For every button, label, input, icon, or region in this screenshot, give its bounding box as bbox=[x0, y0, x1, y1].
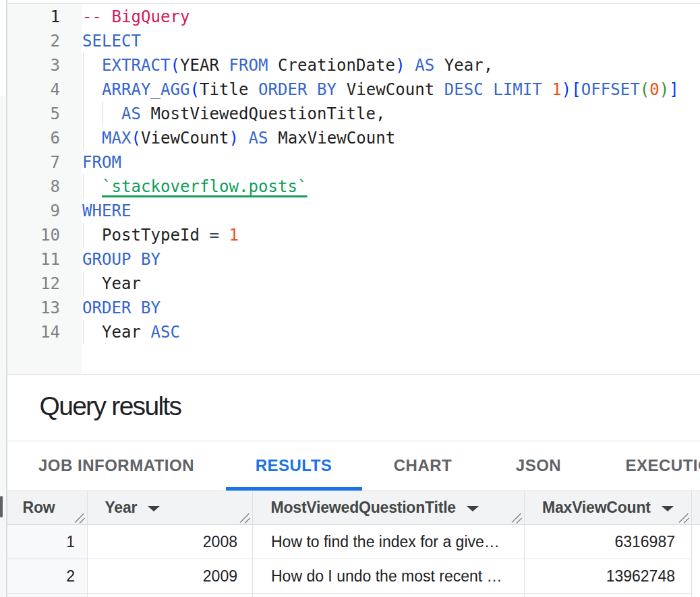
code-line[interactable]: 7 FROM bbox=[7, 150, 700, 175]
code-text[interactable]: MAX(ViewCount) AS MaxViewCount bbox=[82, 126, 395, 150]
results-table: Row Year MostViewedQuestionTitle MaxView… bbox=[7, 491, 700, 597]
token-id: PostTypeId bbox=[102, 226, 200, 245]
indent-guide-line bbox=[83, 175, 84, 199]
tab-label: RESULTS bbox=[256, 456, 332, 475]
token-text bbox=[405, 56, 415, 75]
token-kw: AS bbox=[249, 129, 268, 148]
tab-label: JSON bbox=[516, 456, 561, 475]
indent-guide-line bbox=[83, 126, 84, 150]
tab-execution-details[interactable]: EXECUTION DETAILS bbox=[593, 441, 700, 491]
left-panel-edge-lower bbox=[0, 96, 6, 597]
token-kw: DESC bbox=[444, 80, 484, 99]
table-cell: 1 bbox=[7, 525, 88, 559]
code-text[interactable]: EXTRACT(YEAR FROM CreationDate) AS Year, bbox=[82, 53, 493, 77]
table-header-row: Row Year MostViewedQuestionTitle MaxView… bbox=[7, 491, 700, 525]
token-kw: GROUP bbox=[82, 250, 132, 269]
arrow-drop-down-icon[interactable] bbox=[467, 506, 479, 511]
code-line[interactable]: 1 -- BigQuery bbox=[7, 5, 700, 29]
code-text[interactable]: PostTypeId = 1 bbox=[82, 223, 239, 247]
line-number[interactable]: 13 bbox=[7, 296, 61, 320]
line-number[interactable]: 1 bbox=[7, 5, 61, 29]
code-line[interactable]: 5 AS MostViewedQuestionTitle, bbox=[7, 102, 700, 126]
token-num: 0 bbox=[649, 80, 660, 99]
tab-label: CHART bbox=[394, 456, 453, 475]
line-number[interactable]: 8 bbox=[7, 175, 61, 199]
arrow-drop-down-icon[interactable] bbox=[148, 506, 160, 511]
code-line[interactable]: 13 ORDER BY bbox=[7, 296, 700, 320]
line-number[interactable]: 4 bbox=[7, 77, 61, 102]
code-text[interactable]: GROUP BY bbox=[82, 247, 161, 272]
code-text[interactable]: -- BigQuery bbox=[82, 5, 190, 29]
token-text bbox=[308, 80, 318, 99]
column-resize-icon[interactable] bbox=[678, 513, 689, 524]
tab-json[interactable]: JSON bbox=[484, 441, 593, 491]
table-reference-link[interactable]: `stackoverflow.posts` bbox=[102, 177, 308, 196]
column-header-mostviewedquestiontitle: MostViewedQuestionTitle bbox=[253, 491, 525, 524]
code-line[interactable]: 11 GROUP BY bbox=[7, 247, 700, 272]
line-number[interactable]: 3 bbox=[7, 53, 61, 77]
token-kw: ARRAY_AGG bbox=[102, 80, 190, 99]
line-number[interactable]: 14 bbox=[7, 320, 61, 344]
code-lines[interactable]: 1 -- BigQuery 2 SELECT 3 EXTRACT(YEAR FR… bbox=[7, 5, 700, 344]
code-text[interactable]: SELECT bbox=[82, 29, 141, 53]
table-cell bbox=[525, 594, 692, 597]
token-text bbox=[82, 274, 102, 293]
table-cell: 2 bbox=[7, 559, 88, 594]
token-id: ViewCount bbox=[347, 80, 435, 99]
column-resize-icon[interactable] bbox=[74, 513, 85, 524]
table-cell: How do I undo the most recent … bbox=[253, 559, 525, 594]
token-text bbox=[82, 177, 102, 196]
code-text[interactable]: FROM bbox=[82, 150, 121, 175]
scrollbar-thumb[interactable] bbox=[0, 496, 3, 517]
tab-label: JOB INFORMATION bbox=[38, 456, 194, 475]
tab-results[interactable]: RESULTS bbox=[226, 441, 362, 491]
code-text[interactable]: `stackoverflow.posts` bbox=[82, 175, 308, 199]
tab-chart[interactable]: CHART bbox=[362, 441, 484, 491]
arrow-drop-down-icon[interactable] bbox=[662, 506, 674, 511]
code-line[interactable]: 4 ARRAY_AGG(Title ORDER BY ViewCount DES… bbox=[7, 77, 700, 102]
code-text[interactable]: ORDER BY bbox=[82, 296, 161, 320]
column-header-label: Row bbox=[23, 499, 55, 517]
table-cell: How to find the index for a give… bbox=[253, 525, 525, 559]
code-line[interactable]: 9 WHERE bbox=[7, 199, 700, 223]
line-number[interactable]: 10 bbox=[7, 223, 61, 247]
column-header-row: Row bbox=[7, 491, 88, 524]
token-kw: SELECT bbox=[82, 32, 141, 51]
code-text[interactable]: Year bbox=[82, 272, 141, 296]
line-number[interactable]: 12 bbox=[7, 272, 61, 296]
line-number[interactable]: 7 bbox=[7, 150, 61, 175]
indent-guide-line bbox=[83, 102, 84, 126]
code-text[interactable]: WHERE bbox=[82, 199, 132, 223]
resize-grip-stroke bbox=[80, 518, 85, 524]
token-kw: BY bbox=[317, 80, 337, 99]
line-number[interactable]: 11 bbox=[7, 247, 61, 272]
line-number[interactable]: 9 bbox=[7, 199, 61, 223]
token-text bbox=[268, 56, 279, 75]
column-resize-icon[interactable] bbox=[511, 513, 522, 524]
editor-body[interactable]: 1 -- BigQuery 2 SELECT 3 EXTRACT(YEAR FR… bbox=[7, 4, 700, 374]
code-line[interactable]: 6 MAX(ViewCount) AS MaxViewCount bbox=[7, 126, 700, 150]
column-resize-icon[interactable] bbox=[239, 513, 250, 524]
code-text[interactable]: Year ASC bbox=[82, 320, 180, 344]
tab-job-information[interactable]: JOB INFORMATION bbox=[7, 441, 226, 491]
line-number[interactable]: 5 bbox=[7, 102, 61, 126]
code-text[interactable]: AS MostViewedQuestionTitle, bbox=[82, 102, 386, 126]
code-line[interactable]: 10 PostTypeId = 1 bbox=[7, 223, 700, 247]
code-text[interactable]: ARRAY_AGG(Title ORDER BY ViewCount DESC … bbox=[82, 77, 679, 102]
code-line[interactable]: 12 Year bbox=[7, 272, 700, 296]
token-kw: LIMIT bbox=[493, 80, 542, 99]
token-kw: AS bbox=[415, 56, 434, 75]
code-line[interactable]: 2 SELECT bbox=[7, 29, 700, 53]
sql-editor[interactable]: 1 -- BigQuery 2 SELECT 3 EXTRACT(YEAR FR… bbox=[7, 0, 700, 375]
panel-divider[interactable] bbox=[6, 0, 7, 597]
left-panel-edge bbox=[0, 0, 6, 597]
code-line[interactable]: 8 `stackoverflow.posts` bbox=[7, 175, 700, 199]
code-line[interactable]: 3 EXTRACT(YEAR FROM CreationDate) AS Yea… bbox=[7, 53, 700, 77]
token-id: Year bbox=[102, 323, 141, 342]
line-number[interactable]: 2 bbox=[7, 29, 61, 53]
table-row: 12008How to find the index for a give…63… bbox=[7, 525, 700, 559]
token-br2: ( bbox=[640, 80, 650, 99]
code-line[interactable]: 14 Year ASC bbox=[7, 320, 700, 344]
line-number[interactable]: 6 bbox=[7, 126, 61, 150]
token-br1: ) bbox=[395, 56, 405, 75]
